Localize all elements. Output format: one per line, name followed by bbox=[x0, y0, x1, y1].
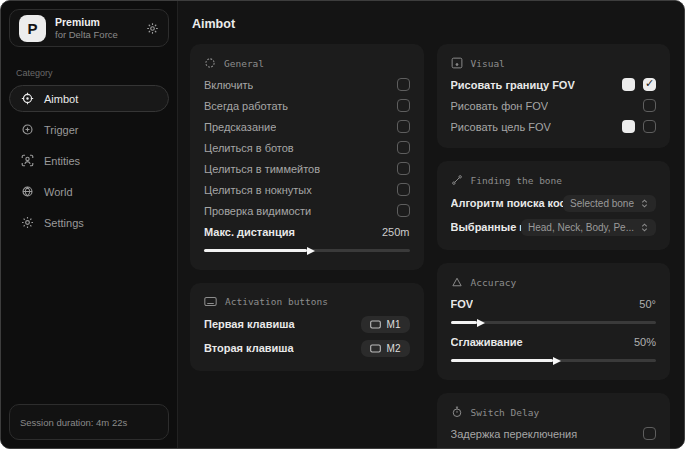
sidebar-item-label: Trigger bbox=[44, 124, 78, 136]
unfold-icon bbox=[640, 199, 649, 208]
panel-title: Finding the bone bbox=[471, 175, 563, 186]
option-label: Рисовать цель FOV bbox=[451, 121, 551, 133]
option-label: Задержка переключения bbox=[451, 428, 578, 440]
color-swatch[interactable] bbox=[622, 78, 635, 91]
premium-subtitle: for Delta Force bbox=[55, 29, 118, 41]
premium-card: P Premium for Delta Force bbox=[9, 9, 169, 47]
keybind-button-m2[interactable]: M2 bbox=[361, 340, 410, 357]
option-label: Целиться в нокнутых bbox=[204, 184, 312, 196]
option-label: Целиться в ботов bbox=[204, 142, 294, 154]
option-label: Целиться в тиммейтов bbox=[204, 163, 320, 175]
sidebar-item-label: Entities bbox=[44, 155, 80, 167]
slider-value: 50% bbox=[634, 336, 656, 348]
gear-icon[interactable] bbox=[146, 22, 159, 35]
unfold-icon bbox=[640, 223, 649, 232]
sidebar-item-label: World bbox=[44, 186, 73, 198]
session-duration: Session duration: 4m 22s bbox=[9, 404, 169, 440]
option-label: Предсказание bbox=[204, 121, 276, 133]
selected-bones-select[interactable]: Head, Neck, Body, Pe... bbox=[521, 219, 656, 236]
checkbox[interactable] bbox=[397, 99, 410, 112]
bone-icon bbox=[451, 174, 463, 186]
page-title: Aimbot bbox=[192, 17, 670, 31]
select-label: Выбранные кости bbox=[451, 221, 522, 233]
slider-label: FOV bbox=[451, 298, 474, 310]
mouse-key-icon bbox=[370, 344, 381, 353]
panel-switch-delay: Switch Delay Задержка переключения Задер… bbox=[437, 393, 671, 448]
triangle-icon bbox=[451, 276, 463, 288]
session-duration-label: Session duration: 4m 22s bbox=[20, 417, 127, 428]
checkbox[interactable] bbox=[643, 99, 656, 112]
mouse-key-icon bbox=[370, 320, 381, 329]
sidebar: P Premium for Delta Force Category bbox=[1, 1, 178, 448]
main-content: Aimbot General Включить Всегда работать bbox=[178, 1, 684, 448]
panel-title: Activation buttons bbox=[225, 296, 328, 307]
panel-title: Switch Delay bbox=[471, 407, 540, 418]
option-label: Рисовать границу FOV bbox=[451, 79, 575, 91]
sidebar-item-world[interactable]: World bbox=[9, 178, 169, 205]
slider-label: Макс. дистанция bbox=[204, 226, 295, 238]
crosshair-icon bbox=[20, 92, 34, 105]
keybind-value: M2 bbox=[387, 343, 401, 354]
panel-accuracy: Accuracy FOV 50° Сглаживание 50% bbox=[437, 263, 671, 380]
option-label: Всегда работать bbox=[204, 100, 288, 112]
keybind-value: M1 bbox=[387, 319, 401, 330]
premium-title: Premium bbox=[55, 16, 118, 29]
keybind-label: Вторая клавиша bbox=[204, 342, 294, 354]
slider-value: 250m bbox=[382, 226, 410, 238]
sidebar-item-settings[interactable]: Settings bbox=[9, 209, 169, 236]
sidebar-nav: Aimbot Trigger Entities bbox=[1, 85, 177, 236]
globe-icon bbox=[20, 185, 34, 198]
panel-title: Accuracy bbox=[471, 277, 517, 288]
sidebar-item-label: Settings bbox=[44, 217, 84, 229]
panel-activation-buttons: Activation buttons Первая клавиша M1 Вто… bbox=[190, 283, 424, 371]
premium-logo: P bbox=[19, 15, 46, 42]
select-value: Head, Neck, Body, Pe... bbox=[528, 222, 634, 233]
trigger-icon bbox=[20, 123, 34, 136]
sidebar-item-trigger[interactable]: Trigger bbox=[9, 116, 169, 143]
sidebar-item-entities[interactable]: Entities bbox=[9, 147, 169, 174]
checkbox[interactable] bbox=[397, 141, 410, 154]
checkbox[interactable] bbox=[643, 78, 656, 91]
sidebar-item-label: Aimbot bbox=[44, 93, 78, 105]
option-label: Включить bbox=[204, 79, 253, 91]
checkbox[interactable] bbox=[397, 204, 410, 217]
panel-general: General Включить Всегда работать Предска… bbox=[190, 44, 424, 270]
scan-crosshair-icon bbox=[204, 57, 216, 69]
color-swatch[interactable] bbox=[622, 120, 635, 133]
app-window: P Premium for Delta Force Category bbox=[0, 0, 685, 449]
panel-title: General bbox=[224, 58, 264, 69]
smoothing-slider[interactable] bbox=[451, 359, 657, 362]
checkbox[interactable] bbox=[643, 120, 656, 133]
sidebar-item-aimbot[interactable]: Aimbot bbox=[9, 85, 169, 112]
checkbox[interactable] bbox=[397, 120, 410, 133]
checkbox[interactable] bbox=[397, 162, 410, 175]
settings-gear-icon bbox=[20, 216, 34, 229]
panel-visual: Visual Рисовать границу FOV Рисовать фон… bbox=[437, 44, 671, 148]
frame-eye-icon bbox=[451, 57, 463, 69]
timer-icon bbox=[451, 406, 463, 418]
checkbox[interactable] bbox=[397, 183, 410, 196]
category-label: Category bbox=[16, 68, 162, 78]
slider-label: Сглаживание bbox=[451, 336, 523, 348]
max-distance-slider[interactable] bbox=[204, 249, 410, 252]
keybind-label: Первая клавиша bbox=[204, 318, 295, 330]
checkbox[interactable] bbox=[643, 427, 656, 440]
person-scan-icon bbox=[20, 154, 34, 167]
fov-slider[interactable] bbox=[451, 321, 657, 324]
panel-finding-the-bone: Finding the bone Алгоритм поиска костей … bbox=[437, 161, 671, 250]
select-label: Алгоритм поиска костей bbox=[451, 197, 564, 209]
option-label: Проверка видимости bbox=[204, 205, 311, 217]
checkbox[interactable] bbox=[397, 78, 410, 91]
option-label: Рисовать фон FOV bbox=[451, 100, 549, 112]
bone-algorithm-select[interactable]: Selected bone bbox=[563, 195, 656, 212]
select-value: Selected bone bbox=[570, 198, 634, 209]
keyboard-icon bbox=[204, 296, 217, 307]
panel-title: Visual bbox=[471, 58, 505, 69]
keybind-button-m1[interactable]: M1 bbox=[361, 316, 410, 333]
slider-value: 50° bbox=[639, 298, 656, 310]
